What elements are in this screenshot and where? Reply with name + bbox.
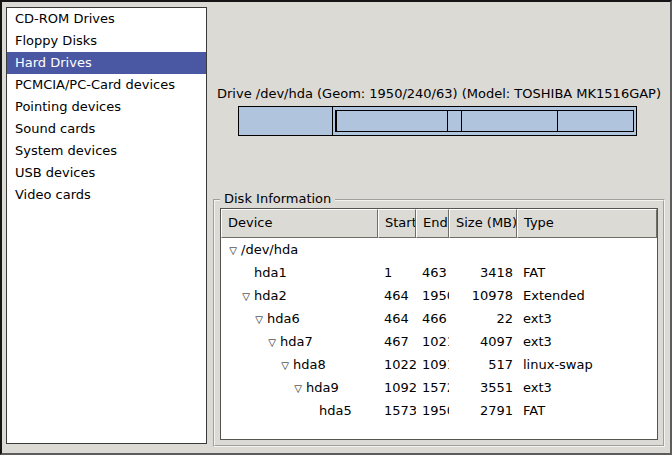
sidebar-item-system-devices[interactable]: System devices bbox=[7, 140, 206, 162]
table-row-hda1[interactable]: hda114633418FAT bbox=[221, 261, 657, 284]
sidebar-item-usb-devices[interactable]: USB devices bbox=[7, 162, 206, 184]
type-cell: ext3 bbox=[517, 376, 657, 399]
expander-icon[interactable]: ▽ bbox=[251, 308, 267, 330]
device-name: hda7 bbox=[280, 334, 313, 349]
sidebar-item-video-cards[interactable]: Video cards bbox=[7, 184, 206, 206]
device-cell: ▽hda7 bbox=[221, 330, 378, 353]
start-cell: 467 bbox=[378, 330, 416, 353]
start-cell bbox=[378, 238, 416, 261]
device-name: hda9 bbox=[306, 380, 339, 395]
start-cell: 1 bbox=[378, 261, 416, 284]
device-name: hda2 bbox=[254, 288, 287, 303]
partition-segment-hda7 bbox=[337, 111, 448, 131]
device-cell: ▽hda2 bbox=[221, 284, 378, 307]
sidebar-item-hard-drives[interactable]: Hard Drives bbox=[7, 52, 206, 74]
size-cell: 3418 bbox=[449, 261, 517, 284]
table-row-hda7[interactable]: ▽hda746710214097ext3 bbox=[221, 330, 657, 353]
type-cell: ext3 bbox=[517, 307, 657, 330]
column-header-size-mb[interactable]: Size (MB) bbox=[449, 209, 517, 238]
expander-icon[interactable]: ▽ bbox=[238, 285, 254, 307]
column-header-end[interactable]: End bbox=[416, 209, 449, 238]
expander-icon[interactable]: ▽ bbox=[264, 331, 280, 353]
type-cell bbox=[517, 238, 657, 261]
device-cell: hda5 bbox=[221, 399, 378, 422]
start-cell: 1022 bbox=[378, 353, 416, 376]
device-cell: ▽hda6 bbox=[221, 307, 378, 330]
table-row-hda5[interactable]: hda5157319502791FAT bbox=[221, 399, 657, 422]
partition-segment-hda9 bbox=[462, 111, 558, 131]
end-cell: 463 bbox=[416, 261, 449, 284]
table-header-row: Device Start End Size (MB) Type bbox=[221, 209, 657, 238]
size-cell: 2791 bbox=[449, 399, 517, 422]
device-name: hda8 bbox=[293, 357, 326, 372]
end-cell: 466 bbox=[416, 307, 449, 330]
expander-icon[interactable]: ▽ bbox=[277, 354, 293, 376]
device-cell: hda1 bbox=[221, 261, 378, 284]
table-row-hda6[interactable]: ▽hda646446622ext3 bbox=[221, 307, 657, 330]
end-cell: 1950 bbox=[416, 399, 449, 422]
expander-icon[interactable]: ▽ bbox=[290, 377, 306, 399]
sidebar-item-pcmcia-pc-card-devices[interactable]: PCMCIA/PC-Card devices bbox=[7, 74, 206, 96]
sidebar-item-floppy-disks[interactable]: Floppy Disks bbox=[7, 30, 206, 52]
start-cell: 464 bbox=[378, 307, 416, 330]
size-cell bbox=[449, 238, 517, 261]
type-cell: FAT bbox=[517, 261, 657, 284]
expander-icon[interactable]: ▽ bbox=[225, 239, 241, 261]
device-name: hda5 bbox=[319, 403, 352, 418]
sidebar-item-pointing-devices[interactable]: Pointing devices bbox=[7, 96, 206, 118]
hardware-browser-window: CD-ROM DrivesFloppy DisksHard DrivesPCMC… bbox=[0, 0, 672, 455]
partition-bar bbox=[238, 106, 637, 136]
column-header-device[interactable]: Device bbox=[221, 209, 378, 238]
column-header-type[interactable]: Type bbox=[517, 209, 657, 238]
size-cell: 10978 bbox=[449, 284, 517, 307]
table-row-hda2[interactable]: ▽hda2464195010978Extended bbox=[221, 284, 657, 307]
partition-segment-hda8 bbox=[448, 111, 462, 131]
device-cell: ▽hda9 bbox=[221, 376, 378, 399]
size-cell: 22 bbox=[449, 307, 517, 330]
type-cell: FAT bbox=[517, 399, 657, 422]
groupbox-title: Disk Information bbox=[220, 191, 335, 206]
start-cell: 1092 bbox=[378, 376, 416, 399]
drive-geometry-label: Drive /dev/hda (Geom: 1950/240/63) (Mode… bbox=[213, 86, 665, 101]
type-cell: Extended bbox=[517, 284, 657, 307]
partition-segment-hda1 bbox=[239, 107, 333, 135]
type-cell: linux-swap bbox=[517, 353, 657, 376]
sidebar-item-sound-cards[interactable]: Sound cards bbox=[7, 118, 206, 140]
device-name: /dev/hda bbox=[241, 242, 298, 257]
start-cell: 1573 bbox=[378, 399, 416, 422]
partition-segment-hda5 bbox=[558, 111, 633, 131]
device-name: hda6 bbox=[267, 311, 300, 326]
end-cell: 1572 bbox=[416, 376, 449, 399]
size-cell: 4097 bbox=[449, 330, 517, 353]
extended-partition-box bbox=[335, 110, 634, 132]
disk-information-table: Device Start End Size (MB) Type ▽/dev/hd… bbox=[220, 208, 658, 440]
start-cell: 464 bbox=[378, 284, 416, 307]
end-cell: 1950 bbox=[416, 284, 449, 307]
device-cell: ▽/dev/hda bbox=[221, 238, 378, 261]
type-cell: ext3 bbox=[517, 330, 657, 353]
disk-information-groupbox: Disk Information Device Start End Size (… bbox=[213, 199, 665, 447]
sidebar-item-cd-rom-drives[interactable]: CD-ROM Drives bbox=[7, 8, 206, 30]
end-cell bbox=[416, 238, 449, 261]
column-header-start[interactable]: Start bbox=[378, 209, 416, 238]
device-category-list: CD-ROM DrivesFloppy DisksHard DrivesPCMC… bbox=[6, 7, 207, 444]
size-cell: 517 bbox=[449, 353, 517, 376]
table-row-hda9[interactable]: ▽hda9109215723551ext3 bbox=[221, 376, 657, 399]
end-cell: 1091 bbox=[416, 353, 449, 376]
device-name: hda1 bbox=[254, 265, 287, 280]
end-cell: 1021 bbox=[416, 330, 449, 353]
table-body: ▽/dev/hdahda114633418FAT▽hda246419501097… bbox=[221, 238, 657, 422]
table-row-dev-hda[interactable]: ▽/dev/hda bbox=[221, 238, 657, 261]
size-cell: 3551 bbox=[449, 376, 517, 399]
table-row-hda8[interactable]: ▽hda810221091517linux-swap bbox=[221, 353, 657, 376]
device-cell: ▽hda8 bbox=[221, 353, 378, 376]
partition-segment-hda2 bbox=[333, 107, 636, 135]
